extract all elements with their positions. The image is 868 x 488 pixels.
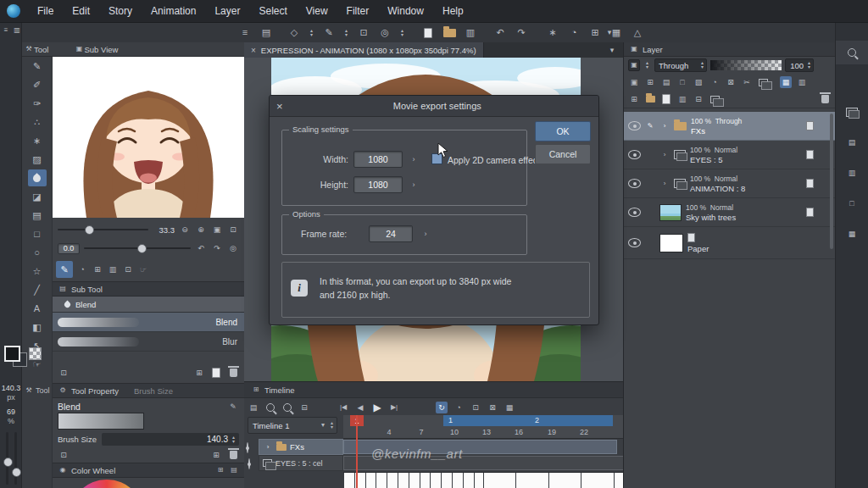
brush-size-tab[interactable]: Brush Size (134, 386, 173, 396)
layer-lock-icon[interactable]: □ (676, 76, 688, 88)
dialog-titlebar[interactable]: × Movie export settings (270, 96, 598, 117)
blend-mode-stepper[interactable] (698, 61, 706, 69)
layer-effect-icon[interactable]: ▣ (628, 59, 640, 71)
delete-layer-icon[interactable] (819, 93, 831, 105)
edge-panel-icon[interactable]: ▥ (12, 25, 22, 36)
timeline-fit-icon[interactable]: ⊟ (298, 402, 310, 413)
transparent-color-swatch[interactable] (29, 347, 42, 360)
app-logo[interactable] (7, 4, 20, 18)
pin-view-icon[interactable]: ⊡ (122, 263, 134, 275)
menu-item-view[interactable]: View (298, 5, 337, 17)
layer-row-eyes[interactable]: › 100 % Normal EYES : 5 (624, 141, 836, 169)
subview-rotate-value[interactable]: 0.0 (58, 243, 80, 254)
track-eyes-visibility-eye[interactable] (248, 458, 250, 469)
rotate-left-icon[interactable]: ↶ (195, 242, 207, 254)
tool-2-title[interactable]: Tool (36, 386, 50, 395)
new-layer-icon[interactable]: ⊞ (628, 93, 640, 105)
property-view-icon[interactable]: ⊡ (58, 449, 70, 461)
color-wheel[interactable] (70, 480, 144, 488)
prev-frame-button[interactable]: ◀ (354, 402, 366, 413)
toolbar-canvas-icon[interactable]: ⊡ (356, 25, 371, 41)
timeline-zoom-out-icon[interactable] (264, 402, 276, 413)
layer-fxs-expander[interactable]: › (659, 121, 670, 131)
menu-item-file[interactable]: File (29, 5, 62, 17)
brush-item-blend[interactable]: Blend (53, 313, 244, 332)
add-subtool-icon[interactable]: ⊞ (193, 367, 205, 379)
skip-end-button[interactable]: ▶| (388, 402, 400, 413)
loupe-icon[interactable]: ◔ (76, 263, 88, 275)
blend-mode-select[interactable]: Through (654, 58, 707, 72)
onion-skin-icon[interactable]: ◔ (453, 402, 465, 413)
cel-settings-icon[interactable]: ⊠ (487, 402, 498, 413)
sub-tool-group-bar[interactable]: Blend (53, 297, 244, 313)
menu-item-layer[interactable]: Layer (206, 5, 248, 17)
eyedropper-toggle-icon[interactable]: ✎ (56, 261, 73, 278)
layer-tone-icon[interactable]: ⊞ (644, 76, 656, 88)
toolbar-menu-icon[interactable]: ≡ (237, 25, 253, 41)
layer-animation-expander[interactable]: › (659, 179, 670, 189)
opacity-gradient-bar[interactable] (710, 60, 782, 70)
dialog-close-icon[interactable]: × (276, 100, 283, 113)
grid-toggle-icon[interactable]: ⊞ (92, 263, 103, 275)
track-fxs-visibility-eye[interactable] (247, 442, 248, 453)
zoom-in-button[interactable]: ⊕ (195, 224, 207, 236)
material-grid-panel-icon[interactable]: ▦ (846, 228, 858, 240)
split-view-icon[interactable]: ▥ (107, 263, 119, 275)
toolbar-select-stepper[interactable] (308, 29, 315, 37)
document-tab[interactable]: × EXPRESSION - ANIMATION (1080 x 1080px … (244, 42, 484, 58)
text-tool-icon[interactable]: A (30, 301, 45, 316)
layer-fxs-eye[interactable] (628, 121, 641, 130)
new-cel-icon[interactable]: ⊡ (470, 402, 481, 413)
track-fxs-expander[interactable]: › (263, 442, 273, 452)
width-slider-chevron[interactable]: › (408, 153, 420, 165)
toolbar-save-file-icon[interactable]: ▥ (463, 25, 478, 41)
apply-2d-camera-effects-label[interactable]: Apply 2D camera effects (448, 155, 544, 165)
toolbar-undo-icon[interactable]: ↶ (492, 25, 508, 41)
track-eyes-label-cell[interactable]: EYES : 5 : cel (259, 455, 343, 471)
play-button[interactable]: ▶ (371, 402, 383, 413)
layer-row-animation[interactable]: › 100 % Normal ANIMATION : 8 (624, 169, 836, 198)
new-paper-icon[interactable] (660, 93, 672, 105)
toolbar-figure-stepper[interactable] (398, 29, 406, 37)
layer-ruler-icon[interactable]: ▤ (660, 76, 672, 88)
search-panel-icon[interactable] (836, 41, 868, 64)
zoom-out-button[interactable]: ⊖ (179, 224, 191, 236)
toolbar-pen-stepper[interactable] (342, 29, 350, 37)
toolbar-overflow-chevron[interactable]: ▾ (604, 26, 615, 38)
line-tool-icon[interactable]: ╱ (30, 282, 45, 297)
blend-tool-icon[interactable] (28, 169, 47, 186)
toolbar-select-launcher-icon[interactable]: ◇ (287, 25, 302, 41)
toolbar-deselect-icon[interactable]: ∗ (545, 25, 560, 41)
sub-view-image[interactable] (53, 57, 244, 218)
skip-start-button[interactable]: |◀ (337, 402, 349, 413)
layer-list-scrollbar[interactable] (830, 114, 833, 249)
ok-button[interactable]: OK (535, 121, 591, 141)
subview-rotate-slider[interactable] (84, 247, 191, 249)
pan-view-icon[interactable]: ☞ (137, 263, 149, 275)
menu-item-animation[interactable]: Animation (142, 5, 204, 17)
menu-item-window[interactable]: Window (379, 5, 432, 17)
layer-eyes-expander[interactable]: › (659, 150, 670, 160)
brush-size-slider-knob[interactable] (3, 458, 13, 467)
brush-preview-swatch[interactable] (58, 413, 144, 430)
tab-overflow-chevron[interactable]: ▾ (606, 44, 618, 56)
layer-opacity-field[interactable]: 100 (785, 58, 814, 72)
sub-tool-title[interactable]: Sub Tool (71, 285, 103, 294)
width-input[interactable]: 1080 (353, 151, 403, 168)
brush-tool-icon[interactable]: ✑ (30, 96, 45, 111)
toolbar-pen-launcher-icon[interactable]: ✎ (321, 25, 337, 41)
airbrush-tool-icon[interactable]: ∴ (30, 114, 45, 130)
layer-paper-eye[interactable] (628, 238, 641, 247)
cel-layer-icon[interactable] (709, 93, 721, 105)
toolbar-redo-icon[interactable]: ↷ (514, 25, 529, 41)
timeline-title[interactable]: Timeline (264, 385, 295, 395)
menu-item-select[interactable]: Select (250, 5, 295, 17)
delete-property-icon[interactable] (227, 449, 239, 461)
layer-sky-eye[interactable] (628, 208, 641, 217)
framerate-slider-chevron[interactable]: › (420, 228, 431, 240)
fit-view-icon[interactable]: ▣ (211, 224, 223, 236)
toolbar-rotate-view-icon[interactable]: ◔ (566, 25, 581, 41)
brush-item-blur[interactable]: Blur (53, 332, 244, 352)
material-stack-panel-icon[interactable] (836, 102, 868, 122)
layer-scissors-icon[interactable]: ✂ (741, 76, 753, 88)
